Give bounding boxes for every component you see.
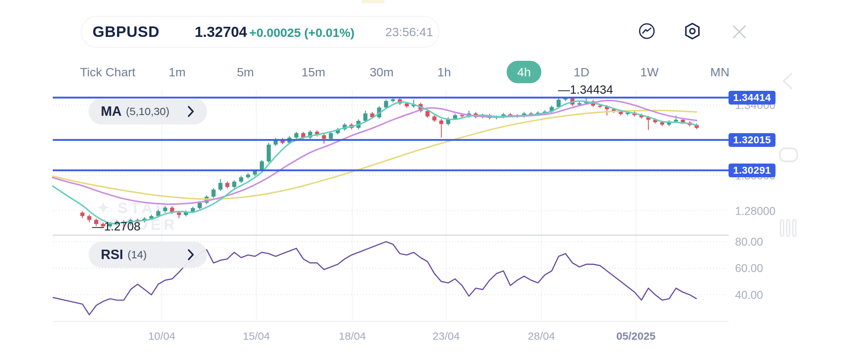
chevron-left-icon	[777, 69, 799, 91]
chevron-right-icon	[187, 105, 195, 118]
price-annotation: —1.34434	[558, 83, 613, 97]
volume-panel-button[interactable]	[777, 218, 799, 240]
rsi-axis-label: 40.00	[735, 289, 763, 302]
close-icon	[731, 23, 748, 41]
rsi-axis-label: 80.00	[735, 236, 763, 249]
symbol-info-pill[interactable]: GBPUSD 1.32704 +0.00025 (+0.01%) 23:56:4…	[81, 16, 439, 48]
rsi-indicator-name: RSI	[101, 247, 123, 262]
quote-time: 23:56:41	[385, 25, 433, 39]
price-annotation: —1.2708	[92, 220, 141, 233]
shape-tool-button[interactable]	[777, 146, 799, 165]
timeframe-tab-tick-chart[interactable]: Tick Chart	[80, 61, 136, 83]
date-axis-label: 18/04	[339, 330, 366, 342]
chart-settings-button[interactable]	[682, 21, 702, 41]
timeframe-tab-1m[interactable]: 1m	[168, 61, 185, 83]
date-axis-label: 28/04	[528, 330, 555, 342]
chevron-right-icon	[187, 249, 195, 261]
date-axis-label: 10/04	[148, 330, 175, 342]
date-axis-label: 15/04	[243, 330, 270, 342]
price-level-tag[interactable]: 1.30291	[729, 164, 775, 177]
date-axis-label: 05/2025	[616, 330, 656, 342]
ma-indicator-pill[interactable]: MA (5,10,30)	[89, 98, 207, 124]
timeframe-tab-mn[interactable]: MN	[710, 61, 730, 83]
rsi-axis-label: 60.00	[735, 262, 763, 275]
rounded-square-icon	[777, 146, 799, 164]
ma-indicator-name: MA	[101, 104, 122, 119]
trend-line-icon-button[interactable]	[637, 21, 657, 41]
close-chart-button[interactable]	[729, 22, 749, 42]
panel-collapse-button[interactable]	[777, 69, 799, 93]
rsi-indicator-pill[interactable]: RSI (14)	[89, 242, 207, 268]
price-level-tag[interactable]: 1.34414	[729, 91, 775, 105]
last-price: 1.32704	[195, 24, 247, 40]
timeframe-tab-1h[interactable]: 1h	[437, 61, 451, 83]
price-level-tag[interactable]: 1.32015	[729, 133, 775, 147]
date-axis-label: 23/04	[433, 330, 460, 342]
timeframe-tab-30m[interactable]: 30m	[370, 61, 394, 83]
settings-hexagon-icon	[683, 21, 702, 41]
rsi-indicator-params: (14)	[128, 249, 147, 261]
timeframe-tab-1w[interactable]: 1W	[640, 61, 659, 83]
trading-chart-window: ✦ STAR TRADER GBPUSD 1.32704 +0.00025 (+…	[0, 0, 868, 360]
price-group: 1.32704 +0.00025 (+0.01%)	[195, 24, 354, 40]
ma-indicator-params: (5,10,30)	[126, 105, 169, 118]
status-bar-artifact	[361, 0, 384, 3]
symbol-name: GBPUSD	[93, 23, 160, 41]
timeframe-tab-4h[interactable]: 4h	[507, 61, 541, 83]
price-axis-label: 1.28000	[735, 205, 775, 218]
volume-bars-icon	[777, 218, 799, 238]
price-change: +0.00025 (+0.01%)	[249, 26, 354, 40]
timeframe-tab-1d[interactable]: 1D	[573, 61, 589, 83]
timeframe-tab-5m[interactable]: 5m	[237, 61, 254, 83]
trend-line-icon	[637, 22, 656, 41]
timeframe-tab-15m[interactable]: 15m	[301, 61, 325, 83]
